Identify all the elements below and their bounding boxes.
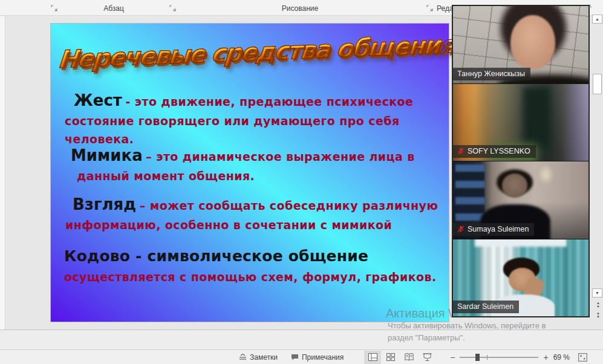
ribbon-group-paragraph: Абзац <box>96 4 132 13</box>
participant-name: Sumaya Suleimen <box>468 225 529 233</box>
participant-name: Sardar Suleimen <box>457 302 513 311</box>
dialog-launcher-icon[interactable] <box>169 5 176 11</box>
participant-name-badge: Sumaya Suleimen <box>453 223 534 236</box>
slide-canvas[interactable]: Неречевые средства общения: Жест - это д… <box>50 23 449 322</box>
muted-mic-icon <box>457 148 464 155</box>
slideshow-view-button[interactable] <box>419 351 435 364</box>
notes-label: Заметки <box>250 353 278 362</box>
term-gaze: Взгляд <box>73 195 136 213</box>
video-tile-sofy[interactable]: SOFY LYSSENKO <box>453 84 588 162</box>
ribbon-group-editing: Реда <box>437 4 454 13</box>
paragraph-code-symbolic: Кодово - символическое общение осуществл… <box>64 246 445 287</box>
zoom-slider[interactable] <box>460 353 538 362</box>
participant-name-badge: Таннур Женискызы <box>453 68 530 80</box>
zoom-controls: − + 69 % <box>450 353 570 362</box>
dialog-launcher-icon[interactable] <box>51 5 57 11</box>
muted-mic-icon <box>457 226 464 233</box>
scroll-up-button[interactable]: ▲ <box>592 15 602 24</box>
zoom-slider-thumb[interactable] <box>475 354 480 361</box>
slide-sorter-icon <box>386 353 395 361</box>
normal-view-icon <box>368 353 377 361</box>
reading-view-button[interactable] <box>400 351 417 364</box>
term-gesture: Жест <box>74 91 122 109</box>
participant-name: SOFY LYSSENKO <box>468 147 530 155</box>
powerpoint-window: Абзац Рисование Реда ˄ Неречевые средств… <box>0 0 603 364</box>
comments-icon <box>291 354 299 361</box>
zoom-in-button[interactable]: + <box>543 353 548 362</box>
paragraph-gesture: Жест - это движение, предающее психическ… <box>65 91 428 148</box>
video-tile-sardar[interactable]: Sardar Suleimen <box>453 239 588 317</box>
dialog-launcher-icon[interactable] <box>426 5 433 11</box>
video-call-panel: Таннур Женискызы SOFY LYSSENKO <box>452 5 590 317</box>
slide-sorter-view-button[interactable] <box>382 351 399 364</box>
status-bar: Заметки Примечания <box>0 349 603 364</box>
reading-view-icon <box>405 353 414 361</box>
paragraph-gaze: Взгляд – может сообщать собеседнику разл… <box>65 195 440 234</box>
paragraph-mimic: Мимика – это динамическое выражение лица… <box>71 146 434 185</box>
notes-icon <box>239 354 247 361</box>
zoom-out-button[interactable]: − <box>450 353 455 362</box>
scrollbar-thumb[interactable] <box>593 74 602 94</box>
zoom-percent[interactable]: 69 % <box>553 353 570 362</box>
slide-thumbnail-pane[interactable] <box>0 16 5 330</box>
comments-toggle-button[interactable]: Примечания <box>288 350 346 364</box>
scroll-down-button[interactable]: ▼ <box>592 288 602 297</box>
fit-slide-to-window-button[interactable] <box>578 353 587 362</box>
slideshow-icon <box>423 353 432 361</box>
view-buttons <box>364 351 435 364</box>
normal-view-button[interactable] <box>364 351 381 364</box>
previous-slide-button[interactable]: ▲▲ <box>595 302 602 308</box>
video-tile-sumaya[interactable]: Sumaya Suleimen <box>453 161 588 239</box>
video-tile-tannur[interactable]: Таннур Женискызы <box>453 6 588 84</box>
fit-to-window-icon <box>578 353 587 362</box>
notes-pane-area <box>0 330 603 349</box>
notes-toggle-button[interactable]: Заметки <box>236 350 280 364</box>
term-mimic: Мимика <box>71 146 143 164</box>
ribbon-group-drawing: Рисование <box>265 4 335 13</box>
slide-title-wordart: Неречевые средства общения: <box>57 31 443 74</box>
participant-name: Таннур Женискызы <box>457 70 525 78</box>
participant-name-badge: Sardar Suleimen <box>453 301 519 313</box>
comments-label: Примечания <box>302 353 344 362</box>
next-slide-button[interactable]: ▼▼ <box>595 313 602 319</box>
windows-activation-line1: Чтобы активировать Windows, перейдите в <box>388 321 546 330</box>
participant-name-badge: SOFY LYSSENKO <box>453 145 536 158</box>
windows-activation-line2: раздел "Параметры". <box>388 333 465 342</box>
